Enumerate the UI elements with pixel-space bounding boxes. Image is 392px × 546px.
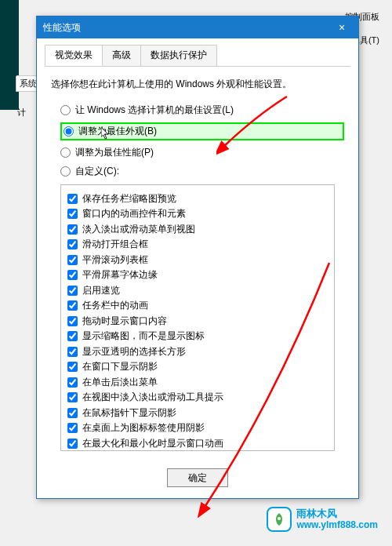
- check-label: 启用速览: [82, 284, 120, 297]
- radio-label: 调整为最佳外观(B): [78, 125, 157, 138]
- check-label: 显示缩略图，而不是显示图标: [82, 329, 205, 343]
- check-label: 平滑屏幕字体边缘: [82, 268, 158, 282]
- tab-strip: 视觉效果 高级 数据执行保护: [45, 45, 350, 67]
- check-item[interactable]: 平滑滚动列表框: [67, 253, 328, 267]
- check-item[interactable]: 在最大化和最小化时显示窗口动画: [67, 437, 328, 450]
- check-label: 窗口内的动画控件和元素: [82, 207, 186, 220]
- dialog-buttons: 确定: [37, 459, 358, 498]
- watermark-url: www.ylmf888.com: [296, 520, 378, 530]
- check-label: 滑动打开组合框: [82, 238, 148, 251]
- radio-let-windows[interactable]: 让 Windows 选择计算机的最佳设置(L): [60, 104, 344, 117]
- check-label: 显示亚透明的选择长方形: [82, 345, 186, 359]
- check-item[interactable]: 滑动打开组合框: [67, 238, 328, 251]
- dialog-content: 选择你想在此计算机上使用的 Windows 外观和性能设置。 让 Windows…: [37, 67, 358, 459]
- check-input[interactable]: [67, 392, 78, 402]
- dialog-title: 性能选项: [43, 21, 81, 35]
- check-label: 平滑滚动列表框: [82, 253, 148, 267]
- check-item[interactable]: 平滑屏幕字体边缘: [67, 268, 328, 282]
- watermark: 雨林木风 www.ylmf888.com: [267, 507, 378, 532]
- tab-dep[interactable]: 数据执行保护: [140, 45, 217, 66]
- check-item[interactable]: 在鼠标指针下显示阴影: [67, 406, 328, 420]
- check-input[interactable]: [67, 209, 78, 219]
- radio-best-performance[interactable]: 调整为最佳性能(P): [60, 146, 344, 159]
- radio-label: 自定义(C):: [75, 165, 119, 178]
- check-input[interactable]: [67, 362, 78, 372]
- check-input[interactable]: [67, 270, 78, 280]
- check-input[interactable]: [67, 423, 78, 433]
- cursor-icon: [101, 127, 112, 141]
- check-input[interactable]: [67, 255, 78, 265]
- check-item[interactable]: 在桌面上为图标标签使用阴影: [67, 421, 328, 435]
- check-input[interactable]: [67, 331, 78, 341]
- checklist-box: 保存任务栏缩略图预览窗口内的动画控件和元素淡入淡出或滑动菜单到视图滑动打开组合框…: [60, 184, 335, 451]
- check-input[interactable]: [67, 300, 78, 311]
- check-label: 拖动时显示窗口内容: [82, 315, 167, 328]
- check-input[interactable]: [67, 286, 78, 296]
- check-label: 在桌面上为图标标签使用阴影: [82, 421, 205, 435]
- check-input[interactable]: [67, 239, 78, 249]
- check-label: 淡入淡出或滑动菜单到视图: [82, 223, 195, 236]
- check-label: 保存任务栏缩略图预览: [82, 192, 176, 206]
- radio-label: 让 Windows 选择计算机的最佳设置(L): [75, 104, 234, 117]
- check-item[interactable]: 启用速览: [67, 284, 328, 297]
- check-label: 在窗口下显示阴影: [82, 360, 158, 373]
- check-item[interactable]: 任务栏中的动画: [67, 299, 328, 312]
- check-label: 任务栏中的动画: [82, 299, 148, 312]
- check-item[interactable]: 在视图中淡入淡出或滑动工具提示: [67, 391, 328, 404]
- ok-button[interactable]: 确定: [167, 468, 228, 487]
- check-input[interactable]: [67, 194, 78, 204]
- check-input[interactable]: [67, 408, 78, 418]
- check-label: 在单击后淡出菜单: [82, 376, 158, 389]
- close-icon: ×: [339, 21, 345, 34]
- check-item[interactable]: 显示亚透明的选择长方形: [67, 345, 328, 359]
- check-input[interactable]: [67, 347, 78, 357]
- radio-label: 调整为最佳性能(P): [75, 146, 154, 159]
- check-item[interactable]: 在单击后淡出菜单: [67, 376, 328, 389]
- check-input[interactable]: [67, 224, 78, 235]
- check-item[interactable]: 在窗口下显示阴影: [67, 360, 328, 373]
- check-item[interactable]: 拖动时显示窗口内容: [67, 315, 328, 328]
- tab-visual-effects[interactable]: 视觉效果: [45, 45, 103, 66]
- radio-group: 让 Windows 选择计算机的最佳设置(L) 调整为最佳外观(B) 调整为最佳…: [60, 104, 344, 178]
- radio-input-appearance[interactable]: [64, 126, 74, 136]
- description-text: 选择你想在此计算机上使用的 Windows 外观和性能设置。: [51, 78, 344, 91]
- radio-input-custom[interactable]: [60, 166, 71, 177]
- performance-options-dialog: 性能选项 × 视觉效果 高级 数据执行保护 选择你想在此计算机上使用的 Wind…: [36, 16, 359, 499]
- tab-advanced[interactable]: 高级: [102, 45, 141, 66]
- svg-point-0: [278, 517, 281, 520]
- check-input[interactable]: [67, 316, 78, 326]
- check-item[interactable]: 保存任务栏缩略图预览: [67, 192, 328, 206]
- watermark-icon: [267, 507, 292, 532]
- close-button[interactable]: ×: [325, 16, 358, 38]
- check-label: 在鼠标指针下显示阴影: [82, 406, 176, 420]
- check-label: 在视图中淡入淡出或滑动工具提示: [82, 391, 223, 404]
- check-input[interactable]: [67, 377, 78, 388]
- bg-partial-text: 计: [17, 107, 26, 118]
- radio-custom[interactable]: 自定义(C):: [60, 165, 344, 178]
- dialog-titlebar[interactable]: 性能选项 ×: [37, 16, 358, 38]
- check-label: 在最大化和最小化时显示窗口动画: [82, 437, 223, 450]
- check-item[interactable]: 淡入淡出或滑动菜单到视图: [67, 223, 328, 236]
- radio-best-appearance[interactable]: 调整为最佳外观(B): [60, 122, 344, 140]
- watermark-name: 雨林木风: [296, 508, 378, 519]
- check-item[interactable]: 窗口内的动画控件和元素: [67, 207, 328, 220]
- radio-input-windows[interactable]: [60, 105, 71, 115]
- check-input[interactable]: [67, 439, 78, 449]
- radio-input-performance[interactable]: [60, 147, 71, 158]
- check-item[interactable]: 显示缩略图，而不是显示图标: [67, 329, 328, 343]
